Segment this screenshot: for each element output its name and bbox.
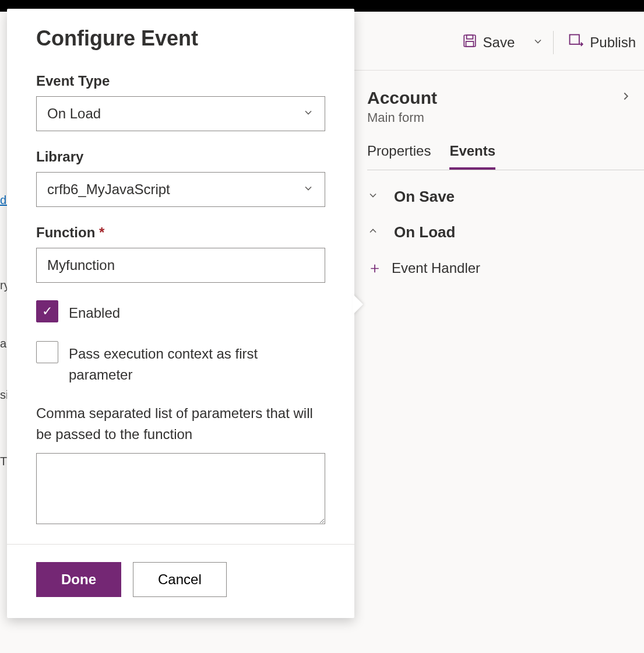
function-label: Function * bbox=[36, 224, 325, 241]
parameters-label: Comma separated list of parameters that … bbox=[36, 403, 325, 445]
event-type-select[interactable]: On Load bbox=[36, 96, 325, 131]
right-panel: Account Main form Properties Events On S… bbox=[354, 70, 644, 653]
svg-rect-2 bbox=[466, 41, 473, 47]
library-value: crfb6_MyJavaScript bbox=[47, 181, 170, 198]
tabs: Properties Events bbox=[367, 143, 644, 170]
dialog-title: Configure Event bbox=[36, 26, 325, 51]
save-button[interactable]: Save bbox=[454, 27, 523, 58]
publish-button[interactable]: Publish bbox=[559, 27, 644, 58]
entity-title: Account bbox=[367, 88, 437, 108]
required-asterisk: * bbox=[99, 224, 104, 240]
chevron-down-icon bbox=[532, 34, 544, 51]
chevron-down-icon bbox=[302, 182, 314, 196]
section-on-load[interactable]: On Load bbox=[367, 223, 644, 241]
chevron-down-icon bbox=[367, 189, 380, 204]
section-label: On Load bbox=[394, 223, 455, 241]
publish-label: Publish bbox=[590, 34, 636, 51]
function-input[interactable]: Myfunction bbox=[36, 248, 325, 283]
library-label: Library bbox=[36, 149, 325, 165]
enabled-checkbox[interactable]: ✓ bbox=[36, 300, 58, 322]
divider bbox=[553, 31, 554, 54]
function-value: Myfunction bbox=[47, 257, 115, 273]
svg-rect-1 bbox=[466, 35, 473, 39]
plus-icon: ＋ bbox=[367, 258, 380, 278]
collapse-panel-icon[interactable] bbox=[620, 88, 632, 107]
svg-rect-3 bbox=[570, 34, 579, 44]
save-label: Save bbox=[483, 34, 515, 51]
tab-events[interactable]: Events bbox=[449, 143, 495, 170]
save-dropdown[interactable] bbox=[529, 29, 547, 57]
command-bar: Save Publish bbox=[454, 17, 644, 67]
pass-context-label: Pass execution context as first paramete… bbox=[69, 341, 325, 385]
configure-event-dialog: Configure Event Event Type On Load Libra… bbox=[7, 9, 354, 618]
callout-arrow bbox=[353, 294, 363, 315]
save-icon bbox=[462, 33, 477, 52]
publish-icon bbox=[568, 33, 584, 52]
done-button[interactable]: Done bbox=[36, 562, 121, 597]
event-type-value: On Load bbox=[47, 106, 101, 122]
add-handler-label: Event Handler bbox=[392, 260, 480, 276]
enabled-label: Enabled bbox=[69, 300, 120, 324]
cancel-button[interactable]: Cancel bbox=[133, 562, 227, 597]
dialog-footer: Done Cancel bbox=[7, 544, 354, 618]
library-select[interactable]: crfb6_MyJavaScript bbox=[36, 172, 325, 207]
tab-properties[interactable]: Properties bbox=[367, 143, 431, 170]
add-event-handler[interactable]: ＋ Event Handler bbox=[367, 258, 644, 278]
chevron-down-icon bbox=[302, 107, 314, 121]
pass-context-checkbox[interactable] bbox=[36, 341, 58, 363]
event-type-label: Event Type bbox=[36, 73, 325, 89]
chevron-up-icon bbox=[367, 225, 380, 240]
entity-subtitle: Main form bbox=[367, 110, 437, 125]
section-on-save[interactable]: On Save bbox=[367, 188, 644, 206]
parameters-input[interactable] bbox=[36, 453, 325, 524]
section-label: On Save bbox=[394, 188, 455, 206]
